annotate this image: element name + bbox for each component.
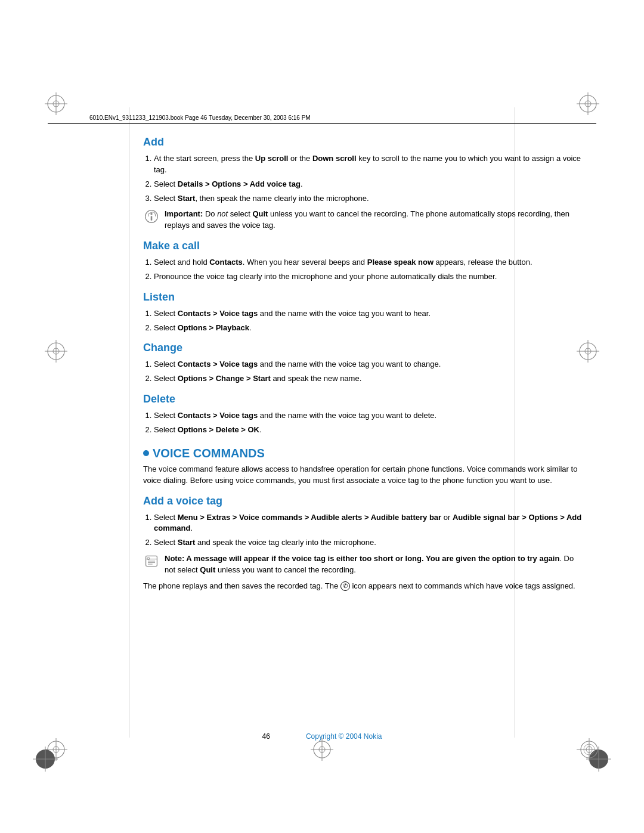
change-step-1: Select Contacts > Voice tags and the nam… <box>154 359 584 370</box>
svg-point-0 <box>48 95 64 112</box>
section-heading-make-call: Make a call <box>143 240 584 252</box>
add-important-note: Important: Do not select Quit unless you… <box>143 209 584 231</box>
delete-step-1: Select Contacts > Voice tags and the nam… <box>154 410 584 422</box>
section-heading-listen: Listen <box>143 291 584 304</box>
add-step-1: At the start screen, press the Up scroll… <box>154 153 584 176</box>
make-call-step-1: Select and hold Contacts. When you hear … <box>154 257 584 268</box>
copyright: Copyright © 2004 Nokia <box>306 732 382 741</box>
reg-mark-tr <box>577 92 599 117</box>
voice-commands-heading-text: VOICE COMMANDS <box>153 447 265 460</box>
important-icon <box>143 209 160 224</box>
svg-point-5 <box>585 101 591 107</box>
section-heading-add-voice-tag: Add a voice tag <box>143 495 584 507</box>
change-step-2: Select Options > Change > Start and spea… <box>154 373 584 385</box>
change-steps-list: Select Contacts > Voice tags and the nam… <box>154 359 584 385</box>
svg-point-20 <box>314 741 330 758</box>
note-icon <box>143 554 160 568</box>
section-heading-add: Add <box>143 136 584 148</box>
svg-point-27 <box>36 750 55 769</box>
svg-point-16 <box>48 741 64 758</box>
svg-point-36 <box>150 213 152 215</box>
add-step-3: Select Start, then speak the name clearl… <box>154 193 584 205</box>
svg-rect-37 <box>151 216 153 221</box>
svg-point-34 <box>584 744 595 755</box>
add-voice-tag-note-text: Note: A message will appear if the voice… <box>165 553 584 576</box>
voice-commands-closing: The phone replays and then saves the rec… <box>143 581 584 592</box>
section-heading-delete: Delete <box>143 393 584 405</box>
listen-step-1: Select Contacts > Voice tags and the nam… <box>154 308 584 320</box>
svg-point-13 <box>585 348 591 354</box>
svg-point-21 <box>319 747 325 753</box>
add-steps-list: At the start screen, press the Up scroll… <box>154 153 584 204</box>
add-voice-tag-steps-list: Select Menu > Extras > Voice commands > … <box>154 512 584 549</box>
svg-point-24 <box>589 750 608 769</box>
voice-commands-heading-row: VOICE COMMANDS <box>143 447 584 460</box>
svg-point-1 <box>53 101 59 107</box>
page-footer: 46 Copyright © 2004 Nokia <box>0 732 644 741</box>
trim-line-left <box>129 107 129 738</box>
svg-point-4 <box>580 95 596 112</box>
reg-mark-br-filled <box>586 747 611 773</box>
svg-point-31 <box>586 747 592 753</box>
page-number: 46 <box>262 732 270 741</box>
reg-mark-bl <box>45 738 67 763</box>
delete-step-2: Select Options > Delete > OK. <box>154 425 584 436</box>
reg-mark-ml <box>45 340 67 364</box>
reg-mark-tl <box>45 92 67 117</box>
voice-commands-intro: The voice command feature allows access … <box>143 464 584 487</box>
listen-steps-list: Select Contacts > Voice tags and the nam… <box>154 308 584 334</box>
svg-point-9 <box>53 348 59 354</box>
add-voice-tag-step-1: Select Menu > Extras > Voice commands > … <box>154 512 584 535</box>
voice-commands-bullet <box>143 450 149 456</box>
main-content: Add At the start screen, press the Up sc… <box>143 136 584 714</box>
phone-icon: ✆ <box>340 581 350 591</box>
add-voice-tag-step-2: Select Start and speak the voice tag cle… <box>154 537 584 549</box>
add-voice-tag-note: Note: A message will appear if the voice… <box>143 553 584 576</box>
section-heading-change: Change <box>143 342 584 354</box>
add-step-2: Select Details > Options > Add voice tag… <box>154 179 584 190</box>
svg-point-30 <box>581 741 597 758</box>
svg-point-17 <box>53 747 59 753</box>
listen-step-2: Select Options > Playback. <box>154 323 584 334</box>
reg-mark-bc <box>311 738 333 763</box>
section-heading-voice-commands: VOICE COMMANDS <box>143 447 584 460</box>
header-rule <box>48 123 596 124</box>
make-call-steps-list: Select and hold Contacts. When you hear … <box>154 257 584 283</box>
reg-mark-bl-filled <box>33 747 58 773</box>
svg-point-8 <box>48 343 64 360</box>
header-text: 6010.ENv1_9311233_121903.book Page 46 Tu… <box>89 114 311 121</box>
delete-steps-list: Select Contacts > Voice tags and the nam… <box>154 410 584 436</box>
add-important-text: Important: Do not select Quit unless you… <box>165 209 584 231</box>
reg-mark-br <box>577 738 599 763</box>
make-call-step-2: Pronounce the voice tag clearly into the… <box>154 271 584 283</box>
